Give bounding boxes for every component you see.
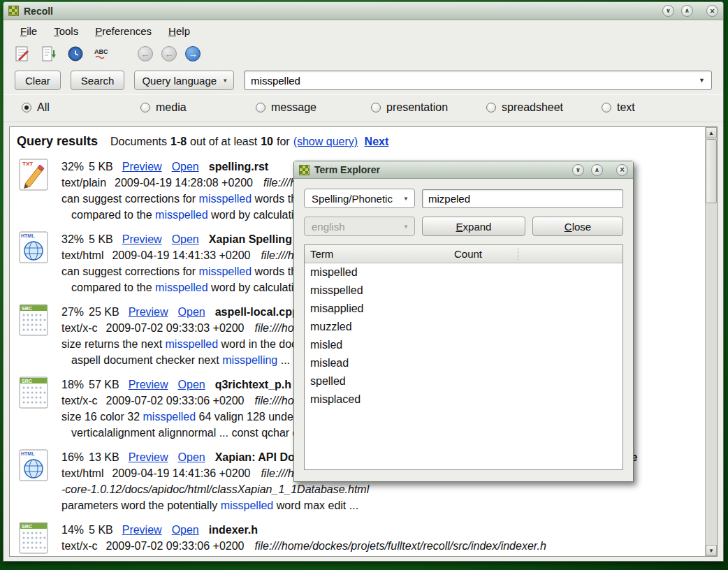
doc-history-clock-icon[interactable] xyxy=(66,45,85,63)
filter-radio-presentation[interactable]: presentation xyxy=(371,101,448,114)
preview-link[interactable]: Preview xyxy=(122,233,162,245)
prev-page-button[interactable]: ← xyxy=(161,46,177,61)
next-page-link[interactable]: Next xyxy=(365,136,389,147)
result-size: 5 KB xyxy=(89,524,113,536)
window-shade-button[interactable]: ∨ xyxy=(662,5,674,17)
term-explorer-dialog: Term Explorer ∨ ∧ × Spelling/Phonetic ▼ … xyxy=(293,161,634,482)
preview-link[interactable]: Preview xyxy=(122,161,162,173)
chevron-down-icon: ▼ xyxy=(403,224,409,230)
chevron-down-icon: ∨ xyxy=(666,8,671,14)
dialog-body: Spelling/Phonetic ▼ english ▼ Expand Clo… xyxy=(294,179,633,481)
filter-radio-media[interactable]: media xyxy=(140,101,187,114)
html-file-icon: HTML xyxy=(17,449,50,481)
svg-text:ABC: ABC xyxy=(94,48,108,55)
scroll-up-icon[interactable]: ▲ xyxy=(706,127,717,138)
column-count[interactable]: Count xyxy=(449,248,518,260)
filter-radio-text[interactable]: text xyxy=(602,101,635,114)
chevron-up-icon: ∧ xyxy=(685,8,690,14)
result-relevance: 18% xyxy=(61,379,84,390)
term-explorer-input[interactable] xyxy=(422,189,623,208)
open-link[interactable]: Open xyxy=(178,451,205,463)
result-meta: text/x-c2009-07-02 09:33:06 +0200file://… xyxy=(61,538,546,554)
results-scrollbar[interactable]: ▲ ▼ xyxy=(705,127,717,556)
menu-file[interactable]: File xyxy=(15,23,43,39)
preview-link[interactable]: Preview xyxy=(129,379,168,390)
svg-text:SRC: SRC xyxy=(22,306,32,311)
term-row[interactable]: misled xyxy=(305,336,623,354)
result-relevance: 27% xyxy=(61,306,84,318)
query-language-select[interactable]: Query language ▼ xyxy=(134,71,234,90)
filter-radio-spreadsheet[interactable]: spreadsheet xyxy=(486,101,563,114)
dialog-close-button[interactable]: × xyxy=(616,164,628,176)
term-explorer-abc-icon[interactable]: ABC xyxy=(93,45,111,63)
preview-link[interactable]: Preview xyxy=(129,306,168,318)
dialog-shade-button[interactable]: ∨ xyxy=(572,164,584,176)
window-maximize-button[interactable]: ∧ xyxy=(681,5,693,17)
term-results-table: Term Count mispelled misspelled misappli… xyxy=(304,244,623,470)
result-range: 1-8 xyxy=(170,136,187,147)
show-query-link[interactable]: (show query) xyxy=(293,136,358,147)
menu-tools[interactable]: Tools xyxy=(48,23,84,39)
preview-link[interactable]: Preview xyxy=(122,524,162,536)
filter-radio-message[interactable]: message xyxy=(256,101,316,114)
term-row[interactable]: muzzled xyxy=(305,318,623,336)
arrow-right-icon: → xyxy=(189,50,198,59)
close-icon: × xyxy=(620,166,625,174)
term-row[interactable]: mislead xyxy=(305,354,623,372)
open-link[interactable]: Open xyxy=(172,161,199,173)
recoll-app-icon xyxy=(8,6,19,16)
clear-button[interactable]: Clear xyxy=(15,71,61,90)
menu-help[interactable]: Help xyxy=(163,23,196,39)
chevron-up-icon: ∧ xyxy=(595,167,599,173)
term-row[interactable]: misplaced xyxy=(305,390,623,409)
open-link[interactable]: Open xyxy=(178,306,205,318)
result-path-wrap: -core-1.0.12/docs/apidoc/html/classXapia… xyxy=(61,481,637,497)
term-row[interactable]: misspelled xyxy=(305,282,623,300)
filter-radio-all[interactable]: All xyxy=(22,101,50,114)
arrow-left-icon: ← xyxy=(165,50,174,59)
svg-text:TXT: TXT xyxy=(22,161,33,167)
preview-link[interactable]: Preview xyxy=(129,451,168,463)
term-match-type-select[interactable]: Spelling/Phonetic ▼ xyxy=(304,189,415,208)
search-row: Clear Search Query language ▼ ▼ xyxy=(3,66,723,94)
window-close-button[interactable]: × xyxy=(706,5,718,17)
window-titlebar[interactable]: Recoll ∨ ∧ × xyxy=(3,2,723,20)
toolbar: ABC ← ← → xyxy=(3,41,723,66)
radio-icon xyxy=(371,103,381,112)
open-link[interactable]: Open xyxy=(172,524,199,536)
next-page-button[interactable]: → xyxy=(185,46,201,61)
menu-preferences[interactable]: Preferences xyxy=(89,23,157,39)
result-relevance: 16% xyxy=(61,451,84,463)
result-relevance: 32% xyxy=(61,233,84,245)
column-term[interactable]: Term xyxy=(305,248,449,260)
result-title: indexer.h xyxy=(209,524,258,536)
term-row[interactable]: mispelled xyxy=(305,263,623,282)
table-header: Term Count xyxy=(305,245,623,263)
close-button[interactable]: Close xyxy=(532,217,623,236)
scrollbar-thumb[interactable] xyxy=(706,139,717,203)
update-index-icon[interactable] xyxy=(40,45,58,63)
result-size: 57 KB xyxy=(89,379,119,390)
search-input[interactable] xyxy=(251,75,699,87)
term-row[interactable]: misapplied xyxy=(305,300,623,318)
result-title: q3richtext_p.h xyxy=(215,379,291,390)
dialog-maximize-button[interactable]: ∧ xyxy=(591,164,603,176)
open-link[interactable]: Open xyxy=(178,379,205,390)
term-row[interactable]: spelled xyxy=(305,372,623,390)
menubar: File Tools Preferences Help xyxy=(3,20,723,41)
query-input-combo[interactable]: ▼ xyxy=(244,71,712,90)
language-select: english ▼ xyxy=(304,217,415,236)
expand-button[interactable]: Expand xyxy=(422,217,525,236)
svg-text:SRC: SRC xyxy=(22,524,32,529)
scroll-down-icon[interactable]: ▼ xyxy=(706,545,717,556)
open-link[interactable]: Open xyxy=(172,233,199,245)
dialog-titlebar[interactable]: Term Explorer ∨ ∧ × xyxy=(294,161,633,179)
result-size: 25 KB xyxy=(89,306,119,318)
source-file-icon: SRC xyxy=(17,377,50,409)
svg-text:HTML: HTML xyxy=(21,451,35,456)
chevron-down-icon: ∨ xyxy=(576,167,581,173)
first-page-button[interactable]: ← xyxy=(138,46,153,61)
search-button[interactable]: Search xyxy=(71,71,125,90)
result-abstract: parameters word the potentially misspell… xyxy=(61,497,637,513)
clear-search-icon[interactable] xyxy=(13,45,31,63)
